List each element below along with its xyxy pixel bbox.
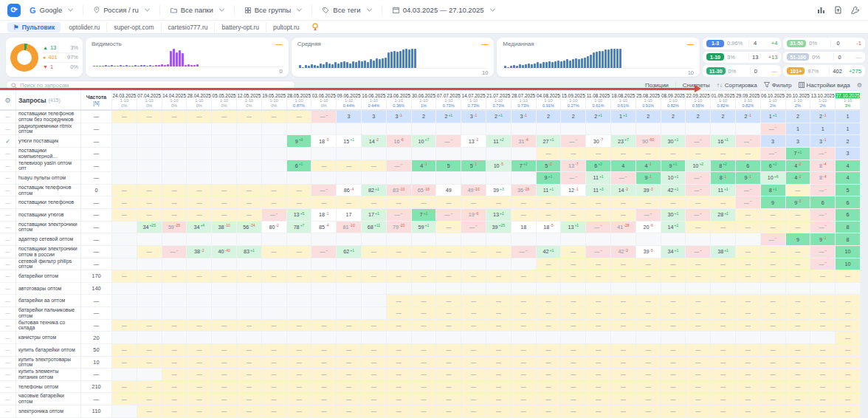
row-checkbox[interactable]: — — [0, 357, 16, 369]
position-cell[interactable] — [311, 233, 337, 245]
position-cell[interactable]: — — [162, 344, 187, 356]
position-cell[interactable]: — — [512, 270, 537, 282]
position-cell[interactable]: — — [686, 357, 711, 369]
position-cell[interactable]: 20-6 — [636, 222, 661, 233]
position-cell[interactable]: — — [761, 357, 786, 369]
position-cell[interactable] — [486, 123, 512, 135]
position-cell[interactable]: — — [287, 320, 312, 332]
export-icon[interactable] — [834, 6, 842, 14]
position-cell[interactable]: — — [836, 357, 861, 369]
position-cell[interactable]: — — [810, 405, 836, 417]
position-cell[interactable]: — — [162, 393, 187, 405]
position-cell[interactable]: — — [761, 369, 786, 380]
position-cell[interactable] — [686, 332, 711, 343]
date-column-header-28.04.2025[interactable]: 28.04.20251-100% — [187, 91, 212, 109]
position-cell[interactable] — [212, 135, 237, 147]
position-cell[interactable] — [461, 283, 486, 295]
position-cell[interactable] — [761, 283, 786, 295]
query-cell[interactable]: поставщики компьютерной периферии — [16, 148, 81, 160]
position-cell[interactable]: — — [736, 295, 761, 306]
app-logo-icon[interactable]: ⟳ — [7, 4, 21, 17]
position-cell[interactable]: — — [586, 344, 611, 356]
queries-header[interactable]: Запросы (415) — [16, 91, 81, 109]
position-cell[interactable]: 8-4 — [810, 172, 836, 184]
position-cell[interactable] — [262, 148, 287, 160]
tools-icon[interactable] — [851, 6, 859, 14]
position-cell[interactable]: — — [262, 320, 287, 332]
position-cell[interactable] — [187, 172, 212, 184]
position-cell[interactable]: — — [287, 393, 312, 405]
position-cell[interactable]: 39-5 — [636, 246, 661, 258]
position-cell[interactable] — [137, 369, 162, 380]
position-cell[interactable]: — — [212, 405, 237, 417]
position-cell[interactable]: — — [137, 381, 162, 393]
position-cell[interactable]: — — [810, 307, 836, 319]
position-cell[interactable]: — — [711, 405, 736, 417]
position-cell[interactable]: — — [836, 393, 861, 405]
position-cell[interactable]: — — [262, 381, 287, 393]
position-cell[interactable]: — — [611, 405, 636, 417]
position-cell[interactable]: 6 — [836, 209, 861, 221]
position-cell[interactable]: — — [262, 270, 287, 282]
position-cell[interactable] — [187, 258, 212, 270]
position-cell[interactable]: — — [362, 196, 387, 208]
position-cell[interactable]: — — [112, 320, 137, 332]
position-cell[interactable]: — — [736, 222, 761, 233]
position-cell[interactable]: —− — [810, 246, 836, 258]
position-cell[interactable] — [387, 283, 412, 295]
position-cell[interactable]: — — [686, 148, 711, 160]
position-cell[interactable]: 19-6 — [461, 209, 486, 221]
position-cell[interactable] — [262, 233, 287, 245]
position-cell[interactable]: — — [611, 357, 636, 369]
date-column-header-24.03.2025[interactable]: 24.03.20251-100% — [112, 91, 137, 109]
row-checkbox[interactable]: — — [0, 246, 16, 258]
query-cell[interactable]: купить батарейки оптом — [16, 344, 81, 356]
position-cell[interactable]: — — [337, 320, 362, 332]
position-cell[interactable]: — — [686, 307, 711, 319]
query-cell[interactable]: батарейки аа оптом — [16, 295, 81, 306]
position-cell[interactable]: — — [537, 369, 562, 380]
position-cell[interactable]: 1 — [836, 111, 861, 123]
position-cell[interactable]: — — [686, 393, 711, 405]
position-cell[interactable]: 34+4 — [187, 222, 212, 233]
row-checkbox[interactable]: — — [0, 258, 16, 270]
position-cell[interactable]: —− — [636, 209, 661, 221]
position-cell[interactable] — [112, 405, 137, 417]
position-cell[interactable]: — — [162, 357, 187, 369]
position-cell[interactable] — [311, 332, 337, 343]
position-cell[interactable]: — — [337, 369, 362, 380]
position-cell[interactable]: — — [311, 160, 337, 172]
position-cell[interactable] — [611, 123, 636, 135]
position-cell[interactable]: — — [761, 381, 786, 393]
position-cell[interactable]: 3 — [761, 135, 786, 147]
position-cell[interactable]: — — [486, 357, 512, 369]
position-cell[interactable]: 10 — [836, 246, 861, 258]
position-cell[interactable]: 8-4 — [810, 160, 836, 172]
position-cell[interactable]: — — [486, 295, 512, 306]
position-cell[interactable]: — — [112, 185, 137, 196]
position-cell[interactable]: — — [212, 111, 237, 123]
position-cell[interactable]: 42+1 — [661, 185, 686, 196]
frequency-header[interactable]: Частота [N] — [81, 91, 112, 109]
position-cell[interactable]: — — [337, 160, 362, 172]
position-cell[interactable]: — — [661, 258, 686, 270]
position-cell[interactable]: — — [262, 196, 287, 208]
position-cell[interactable]: — — [311, 320, 337, 332]
row-checkbox[interactable]: — — [0, 393, 16, 405]
position-cell[interactable] — [537, 332, 562, 343]
position-cell[interactable] — [711, 123, 736, 135]
position-cell[interactable]: — — [362, 393, 387, 405]
position-cell[interactable]: — — [412, 381, 437, 393]
position-cell[interactable] — [512, 332, 537, 343]
position-cell[interactable] — [561, 332, 586, 343]
position-cell[interactable]: — — [486, 246, 512, 258]
position-cell[interactable]: — — [711, 196, 736, 208]
position-cell[interactable]: — — [761, 405, 786, 417]
position-cell[interactable] — [137, 233, 162, 245]
query-cell[interactable]: купить электротовары оптом — [16, 357, 81, 369]
position-cell[interactable]: — — [786, 344, 811, 356]
position-cell[interactable]: — — [836, 332, 861, 343]
position-cell[interactable] — [262, 123, 287, 135]
position-cell[interactable]: 86-4 — [337, 185, 362, 196]
position-cell[interactable] — [112, 295, 137, 306]
